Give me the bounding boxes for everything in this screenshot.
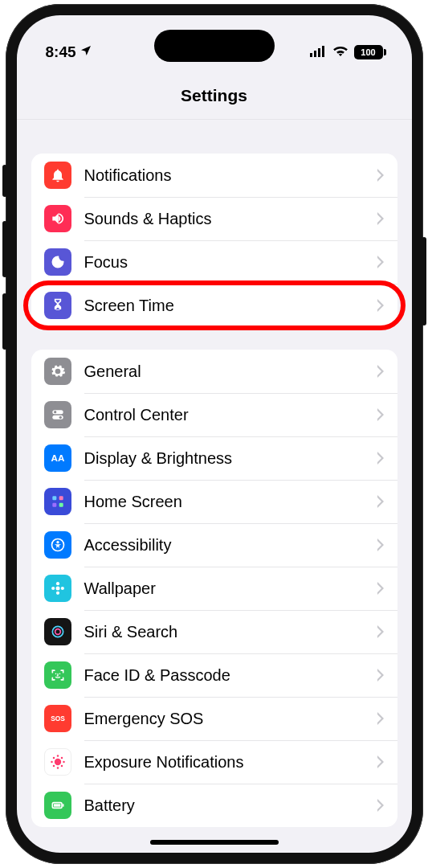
row-label: Home Screen	[84, 493, 377, 511]
row-sounds[interactable]: Sounds & Haptics	[31, 197, 397, 240]
svg-rect-11	[52, 503, 56, 507]
row-general[interactable]: General	[31, 350, 397, 393]
flower-icon	[44, 575, 71, 602]
settings-group: General Control Center AA Display & Brig…	[31, 350, 397, 827]
svg-point-17	[55, 592, 59, 595]
row-display[interactable]: AA Display & Brightness	[31, 436, 397, 480]
row-label: Face ID & Passcode	[84, 666, 377, 685]
chevron-right-icon	[377, 256, 385, 268]
svg-text:SOS: SOS	[51, 714, 65, 723]
dynamic-island	[154, 30, 275, 62]
chevron-right-icon	[377, 408, 385, 421]
chevron-right-icon	[377, 799, 385, 812]
side-button	[2, 221, 7, 277]
svg-rect-36	[54, 804, 60, 806]
chevron-right-icon	[377, 625, 385, 638]
location-arrow-icon	[79, 43, 92, 61]
svg-point-33	[60, 765, 63, 768]
chevron-right-icon	[377, 365, 385, 378]
row-label: Screen Time	[84, 297, 377, 315]
row-siri[interactable]: Siri & Search	[31, 610, 397, 653]
screen: 8:45 100 Settings	[17, 15, 412, 853]
content-scroll[interactable]: Notifications Sounds & Haptics Focus	[17, 121, 412, 853]
gear-icon	[44, 358, 71, 385]
face-icon	[44, 661, 71, 689]
svg-rect-12	[59, 503, 63, 507]
svg-point-18	[51, 587, 55, 590]
svg-point-26	[56, 755, 59, 757]
row-battery[interactable]: Battery	[31, 784, 397, 827]
row-screentime[interactable]: Screen Time	[31, 284, 397, 327]
svg-rect-0	[310, 53, 312, 57]
text-aa-icon: AA	[44, 444, 71, 472]
svg-point-30	[52, 757, 55, 760]
row-label: Exposure Notifications	[84, 753, 377, 772]
chevron-right-icon	[377, 669, 385, 682]
chevron-right-icon	[377, 452, 385, 465]
virus-icon	[44, 748, 71, 776]
battery-icon: 100	[354, 45, 383, 59]
row-label: Display & Brightness	[84, 449, 377, 468]
moon-icon	[44, 248, 71, 276]
battery-icon	[44, 792, 71, 819]
svg-text:AA: AA	[51, 452, 64, 463]
chevron-right-icon	[377, 169, 385, 182]
svg-point-25	[54, 759, 60, 765]
svg-point-7	[59, 416, 61, 419]
row-sos[interactable]: SOS Emergency SOS	[31, 697, 397, 740]
svg-rect-2	[318, 48, 320, 57]
row-label: Sounds & Haptics	[84, 210, 377, 228]
svg-point-19	[60, 587, 63, 590]
phone-frame: 8:45 100 Settings	[6, 4, 423, 864]
svg-point-14	[56, 541, 59, 543]
page-title: Settings	[181, 86, 247, 105]
home-indicator[interactable]	[150, 840, 279, 845]
siri-icon	[44, 618, 71, 645]
grid-icon	[44, 488, 71, 515]
svg-rect-10	[59, 496, 63, 500]
row-label: Wallpaper	[84, 579, 377, 598]
svg-rect-35	[62, 804, 63, 806]
row-controlcenter[interactable]: Control Center	[31, 393, 397, 436]
side-button	[2, 165, 7, 197]
svg-point-5	[54, 411, 56, 413]
svg-point-16	[55, 582, 59, 585]
row-accessibility[interactable]: Accessibility	[31, 523, 397, 567]
row-label: Focus	[84, 253, 377, 272]
chevron-right-icon	[377, 538, 385, 551]
sos-icon: SOS	[44, 705, 71, 732]
chevron-right-icon	[377, 299, 385, 312]
svg-point-21	[55, 629, 60, 635]
row-faceid[interactable]: Face ID & Passcode	[31, 653, 397, 697]
svg-point-28	[51, 761, 53, 764]
row-label: Control Center	[84, 406, 377, 424]
wifi-icon	[332, 43, 349, 61]
svg-rect-9	[52, 496, 56, 500]
row-exposure[interactable]: Exposure Notifications	[31, 740, 397, 784]
row-label: Notifications	[84, 166, 377, 185]
svg-point-31	[60, 757, 63, 760]
svg-point-22	[55, 674, 56, 675]
side-button	[2, 293, 7, 350]
person-circle-icon	[44, 531, 71, 559]
svg-rect-1	[314, 51, 316, 57]
row-label: General	[84, 362, 377, 381]
bell-icon	[44, 162, 71, 189]
row-label: Battery	[84, 796, 377, 815]
svg-point-20	[52, 626, 63, 637]
row-label: Accessibility	[84, 536, 377, 555]
chevron-right-icon	[377, 755, 385, 768]
header: Settings	[17, 72, 412, 120]
status-time: 8:45	[46, 43, 76, 61]
row-label: Siri & Search	[84, 623, 377, 641]
battery-level: 100	[361, 47, 375, 57]
svg-point-23	[59, 674, 60, 675]
chevron-right-icon	[377, 582, 385, 595]
svg-point-27	[56, 767, 59, 769]
svg-point-15	[55, 587, 59, 591]
chevron-right-icon	[377, 212, 385, 225]
row-wallpaper[interactable]: Wallpaper	[31, 567, 397, 610]
row-focus[interactable]: Focus	[31, 240, 397, 284]
row-notifications[interactable]: Notifications	[31, 154, 397, 197]
row-homescreen[interactable]: Home Screen	[31, 480, 397, 523]
